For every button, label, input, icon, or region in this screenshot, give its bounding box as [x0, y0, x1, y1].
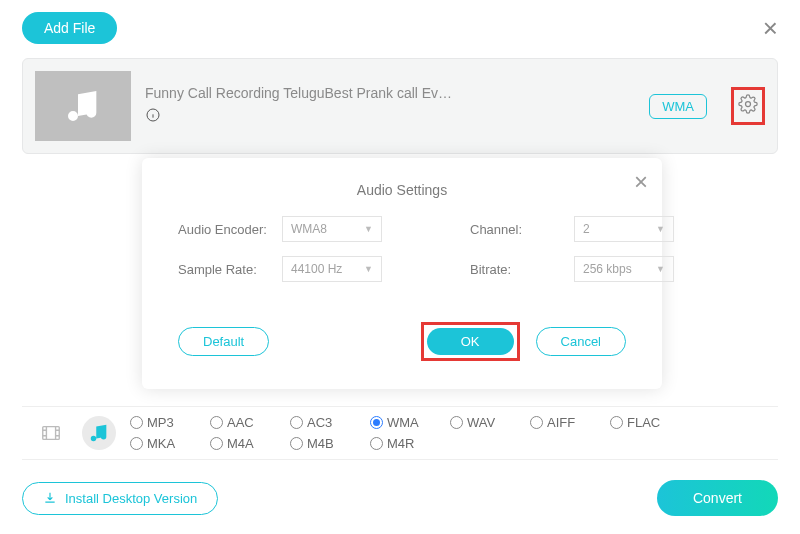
- format-label: MKA: [147, 436, 175, 451]
- add-file-button[interactable]: Add File: [22, 12, 117, 44]
- modal-title: Audio Settings: [178, 182, 626, 198]
- channel-dropdown[interactable]: 2▼: [574, 216, 674, 242]
- format-option-aiff[interactable]: AIFF: [530, 415, 610, 430]
- format-label: FLAC: [627, 415, 660, 430]
- format-option-aac[interactable]: AAC: [210, 415, 290, 430]
- radio-icon: [290, 437, 303, 450]
- format-badge[interactable]: WMA: [649, 94, 707, 119]
- format-label: M4R: [387, 436, 414, 451]
- bitrate-dropdown[interactable]: 256 kbps▼: [574, 256, 674, 282]
- format-option-mka[interactable]: MKA: [130, 436, 210, 451]
- format-option-m4r[interactable]: M4R: [370, 436, 450, 451]
- format-option-mp3[interactable]: MP3: [130, 415, 210, 430]
- format-label: WMA: [387, 415, 419, 430]
- chevron-down-icon: ▼: [364, 224, 373, 234]
- radio-icon: [210, 437, 223, 450]
- audio-tab-icon[interactable]: [82, 416, 116, 450]
- music-icon: [63, 86, 103, 126]
- format-label: M4B: [307, 436, 334, 451]
- ok-button[interactable]: OK: [427, 328, 514, 355]
- info-icon[interactable]: [145, 107, 635, 127]
- radio-icon: [130, 437, 143, 450]
- file-title: Funny Call Recording TeluguBest Prank ca…: [145, 85, 635, 101]
- gear-icon[interactable]: [738, 94, 758, 118]
- sample-rate-dropdown[interactable]: 44100 Hz▼: [282, 256, 382, 282]
- radio-icon: [610, 416, 623, 429]
- encoder-dropdown[interactable]: WMA8▼: [282, 216, 382, 242]
- svg-point-1: [746, 102, 751, 107]
- chevron-down-icon: ▼: [656, 224, 665, 234]
- format-label: AC3: [307, 415, 332, 430]
- channel-label: Channel:: [470, 222, 560, 237]
- format-label: AAC: [227, 415, 254, 430]
- download-icon: [43, 491, 57, 505]
- radio-icon: [130, 416, 143, 429]
- settings-highlight: [731, 87, 765, 125]
- format-option-ac3[interactable]: AC3: [290, 415, 370, 430]
- format-option-flac[interactable]: FLAC: [610, 415, 690, 430]
- convert-button[interactable]: Convert: [657, 480, 778, 516]
- format-bar: MP3AACAC3WMAWAVAIFFFLACMKAM4AM4BM4R: [22, 406, 778, 460]
- format-option-wma[interactable]: WMA: [370, 415, 450, 430]
- sample-rate-label: Sample Rate:: [178, 262, 268, 277]
- ok-highlight: OK: [421, 322, 520, 361]
- install-desktop-button[interactable]: Install Desktop Version: [22, 482, 218, 515]
- radio-icon: [370, 416, 383, 429]
- encoder-label: Audio Encoder:: [178, 222, 268, 237]
- file-card: Funny Call Recording TeluguBest Prank ca…: [22, 58, 778, 154]
- format-label: AIFF: [547, 415, 575, 430]
- format-option-wav[interactable]: WAV: [450, 415, 530, 430]
- radio-icon: [290, 416, 303, 429]
- chevron-down-icon: ▼: [656, 264, 665, 274]
- radio-icon: [210, 416, 223, 429]
- format-label: WAV: [467, 415, 495, 430]
- default-button[interactable]: Default: [178, 327, 269, 356]
- cancel-button[interactable]: Cancel: [536, 327, 626, 356]
- format-label: MP3: [147, 415, 174, 430]
- chevron-down-icon: ▼: [364, 264, 373, 274]
- close-icon[interactable]: ×: [763, 15, 778, 41]
- file-thumbnail: [35, 71, 131, 141]
- bitrate-label: Bitrate:: [470, 262, 560, 277]
- video-tab-icon[interactable]: [34, 416, 68, 450]
- modal-close-icon[interactable]: ×: [634, 168, 648, 196]
- format-label: M4A: [227, 436, 254, 451]
- format-option-m4b[interactable]: M4B: [290, 436, 370, 451]
- radio-icon: [370, 437, 383, 450]
- svg-rect-2: [43, 427, 60, 440]
- radio-icon: [530, 416, 543, 429]
- format-option-m4a[interactable]: M4A: [210, 436, 290, 451]
- radio-icon: [450, 416, 463, 429]
- audio-settings-modal: × Audio Settings Audio Encoder: WMA8▼ Ch…: [142, 158, 662, 389]
